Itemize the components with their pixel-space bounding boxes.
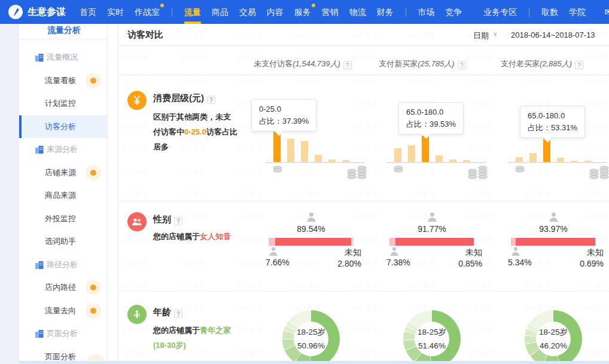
- row-consumption-level: 消费层级(元)? 区别于其他两类，未支付访客中0-25.0访客占比居多 0-25…: [118, 75, 609, 201]
- nav-item-service[interactable]: 服务: [294, 0, 311, 24]
- row-age: 年龄? 您的店铺属于青年之家(18-30岁) 18-25岁50.96% 18-2…: [118, 291, 609, 364]
- nav-item-trade[interactable]: 交易: [239, 0, 256, 24]
- consumption-chart-returning-buyers[interactable]: 65.0-180.0占比：53.31%: [500, 75, 607, 201]
- page-title: 访客对比: [127, 29, 163, 41]
- female-stat: 93.97%: [511, 212, 596, 234]
- sidebar-item-label: 店内路径: [19, 282, 76, 293]
- unknown-stat: 未知2.80%: [337, 247, 361, 270]
- sidebar-section-traffic-overview[interactable]: 流量概况: [19, 46, 107, 69]
- help-icon[interactable]: ?: [343, 61, 352, 69]
- sidebar-item-label: 访客分析: [19, 121, 76, 132]
- nav-item-market[interactable]: 市场: [418, 0, 434, 24]
- nav-item-data-extract[interactable]: 取数: [541, 0, 558, 24]
- sidebar-item-keyword-helper[interactable]: 选词助手: [19, 230, 107, 253]
- date-filter-label[interactable]: 日期: [473, 30, 489, 41]
- chart-tooltip: 0-25.0占比：37.39%: [251, 99, 316, 131]
- sidebar-item-label: 选词助手: [19, 236, 76, 247]
- female-icon: [548, 212, 559, 222]
- chart-tooltip: 65.0-180.0占比：39.53%: [398, 102, 464, 134]
- nav-item-competition[interactable]: 竞争: [445, 0, 462, 24]
- building-icon: [35, 54, 44, 62]
- coin-scale-icons: [257, 164, 377, 184]
- nav-item-marketing[interactable]: 营销: [322, 0, 339, 24]
- sidebar-item-shop-source[interactable]: 店铺来源: [19, 161, 107, 185]
- nav-item-finance[interactable]: 财务: [377, 0, 394, 24]
- sidebar-item-plan-monitor[interactable]: 计划监控: [19, 92, 107, 115]
- gender-bar[interactable]: [511, 238, 596, 246]
- nav-separator: [529, 8, 529, 17]
- column-name: 未支付访客: [254, 59, 293, 68]
- nav-item-home[interactable]: 首页: [80, 0, 96, 24]
- age-donut[interactable]: 18-25岁50.96%: [282, 310, 340, 364]
- sidebar-item-label: 外投监控: [19, 213, 76, 224]
- sidebar-section-page-analysis[interactable]: 页面分析: [19, 322, 107, 345]
- help-icon[interactable]: ?: [174, 217, 182, 225]
- main-content: 生意参谋 访客对比 日期 ∨ 2018-06-14~2018-07-13 未支付…: [118, 24, 609, 364]
- desc-highlight: 0-25.0: [184, 127, 206, 136]
- desc-text: 您的店铺属于: [153, 326, 200, 335]
- desc-highlight: 青年之家: [200, 326, 231, 335]
- mail-icon[interactable]: ✉: [604, 7, 609, 17]
- column-name: 支付新买家: [379, 59, 418, 68]
- sidebar-item-product-source[interactable]: 商品来源: [19, 184, 107, 207]
- unknown-percent: 2.80%: [337, 258, 361, 270]
- help-icon[interactable]: ?: [207, 96, 215, 104]
- nav-item-traffic[interactable]: 流量: [184, 0, 201, 24]
- date-range-value[interactable]: 2018-06-14~2018-07-13: [511, 30, 595, 39]
- nav-item-content[interactable]: 内容: [267, 0, 284, 24]
- sidebar-item-traffic-dashboard[interactable]: 流量看板: [19, 69, 107, 93]
- nav-item-academy[interactable]: 学院: [569, 0, 586, 24]
- male-percent: 7.38%: [386, 258, 410, 267]
- row-title-text: 年龄: [153, 307, 171, 317]
- nav-item-logistics[interactable]: 物流: [349, 0, 366, 24]
- nav-item-label: 作战室: [135, 7, 160, 17]
- row-title: 消费层级(元)?: [153, 93, 215, 104]
- age-donut[interactable]: 18-25岁46.20%: [525, 310, 582, 364]
- donut-center-label: 18-25岁51.46%: [415, 322, 449, 356]
- female-percent: 93.97%: [511, 224, 596, 234]
- help-icon[interactable]: ?: [458, 61, 466, 69]
- top-navbar: 生意参谋 首页 实时 作战室 流量 商品 交易 内容 服务 营销 物流 财务 市…: [0, 0, 609, 24]
- help-icon[interactable]: ?: [174, 310, 182, 318]
- age-percent: 50.96%: [297, 339, 325, 353]
- chevron-down-icon[interactable]: ∨: [493, 30, 497, 37]
- unknown-label: 未知: [337, 247, 361, 258]
- female-icon: [427, 212, 438, 222]
- sidebar-item-instore-path[interactable]: 店内路径: [19, 276, 107, 299]
- desc-highlight: 女人知音: [200, 232, 231, 241]
- help-icon[interactable]: ?: [575, 61, 583, 69]
- sidebar-section-path-analysis[interactable]: 路径分析: [19, 253, 107, 277]
- unknown-label: 未知: [458, 247, 482, 258]
- row-title-text: 消费层级(元): [153, 93, 204, 103]
- column-header-returning-buyers: 支付老买家(2,885人)?: [482, 59, 602, 69]
- brand-name[interactable]: 生意参谋: [28, 6, 66, 19]
- row-title: 年龄?: [153, 307, 182, 318]
- chart-axis: [386, 162, 486, 163]
- app-logo-icon[interactable]: [8, 5, 23, 19]
- column-count: (1,544,739人): [293, 59, 340, 68]
- male-percent: 7.66%: [266, 258, 290, 267]
- nav-item-war-room[interactable]: 作战室: [135, 0, 160, 24]
- nav-item-realtime[interactable]: 实时: [107, 0, 124, 24]
- tooltip-prefix: 占比：: [528, 123, 551, 132]
- gender-bar[interactable]: [269, 238, 354, 246]
- building-icon: [35, 146, 44, 154]
- sidebar-section-source-analysis[interactable]: 来源分析: [19, 138, 107, 161]
- age-percent: 51.46%: [418, 339, 446, 353]
- age-donut[interactable]: 18-25岁51.46%: [403, 310, 461, 364]
- sidebar-item-visitor-analysis[interactable]: 访客分析: [19, 115, 107, 139]
- divider: [19, 39, 107, 39]
- sidebar-item-label: 流量去向: [19, 305, 76, 316]
- nav-item-business-zone[interactable]: 业务专区: [483, 0, 517, 24]
- consumption-chart-unpaid[interactable]: 0-25.0占比：37.39%: [257, 75, 365, 201]
- yuan-icon: [127, 91, 147, 110]
- notification-dot: [312, 4, 315, 7]
- consumption-chart-new-buyers[interactable]: 65.0-180.0占比：39.53%: [378, 75, 486, 201]
- sidebar-item-traffic-destination[interactable]: 流量去向: [19, 299, 107, 323]
- gender-bar[interactable]: [389, 238, 474, 246]
- sidebar-item-external-monitor[interactable]: 外投监控: [19, 207, 107, 231]
- nav-item-product[interactable]: 商品: [212, 0, 229, 24]
- tooltip-range: 0-25.0: [259, 103, 309, 115]
- unknown-label: 未知: [580, 247, 604, 258]
- female-icon: [306, 212, 317, 222]
